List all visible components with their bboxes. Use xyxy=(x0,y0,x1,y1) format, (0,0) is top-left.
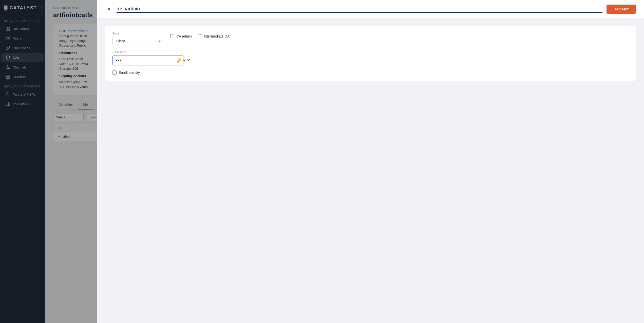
enroll-label-text: Enroll identity xyxy=(119,70,140,75)
password-icons[interactable]: 🔑 ▾ 👁 xyxy=(177,58,191,63)
modal-header: ✕ Register xyxy=(97,0,644,19)
ca-admin-checkbox-label[interactable]: CA admin xyxy=(170,34,192,38)
modal-overlay[interactable]: ✕ Register Type Client Admin Peer Ordere… xyxy=(0,0,644,323)
modal-body: Type Client Admin Peer Orderer xyxy=(97,19,644,323)
enroll-checkbox-label[interactable]: Enroll identity xyxy=(112,70,629,75)
eye-icon[interactable]: 👁 xyxy=(187,58,191,63)
type-group: Type Client Admin Peer Orderer xyxy=(112,32,163,45)
type-row: Type Client Admin Peer Orderer xyxy=(112,32,629,45)
password-input-wrap: 🔑 ▾ 👁 xyxy=(112,56,183,65)
enroll-checkbox[interactable] xyxy=(112,70,117,75)
modal-close-button[interactable]: ✕ xyxy=(105,6,112,13)
enroll-row: Enroll identity xyxy=(112,70,629,75)
type-label: Type xyxy=(112,32,163,35)
ca-admin-checkbox[interactable] xyxy=(170,34,174,38)
modal-panel: ✕ Register Type Client Admin Peer Ordere… xyxy=(97,0,644,323)
intermediate-ca-label: Intermediate CA xyxy=(204,34,230,38)
register-button[interactable]: Register xyxy=(607,5,636,14)
password-group: Password 🔑 ▾ 👁 xyxy=(112,50,629,65)
password-input[interactable] xyxy=(116,58,175,63)
form-card: Type Client Admin Peer Orderer xyxy=(105,26,636,81)
chevron-down-icon[interactable]: ▾ xyxy=(183,58,185,63)
intermediate-ca-checkbox[interactable] xyxy=(198,34,202,38)
type-select[interactable]: Client Admin Peer Orderer xyxy=(112,37,163,45)
key-icon: 🔑 xyxy=(177,58,182,63)
intermediate-ca-checkbox-label[interactable]: Intermediate CA xyxy=(198,34,230,38)
checkbox-group: CA admin Intermediate CA xyxy=(170,32,230,38)
password-label: Password xyxy=(112,50,629,54)
ca-admin-label: CA admin xyxy=(176,34,192,38)
modal-title-input[interactable] xyxy=(117,6,602,13)
